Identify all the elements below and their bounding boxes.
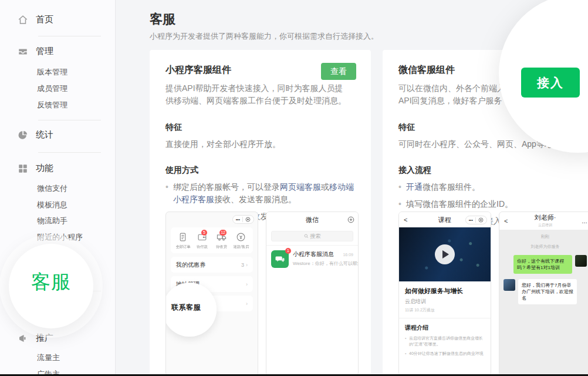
sidebar-item-label: 首页: [36, 14, 53, 25]
miniprogram-screenshot: ••• 全部订单 5 待付款: [165, 212, 258, 376]
sidebar-item-label: 统计: [36, 129, 53, 140]
service-chat-screenshot: < 刘老师· 云启培训 … 刚刚 刘老师为你服务 你好，这个有线下课程吗？希望有…: [499, 212, 588, 376]
wechat-chatlist-screenshot: 微信 搜索 1: [266, 212, 359, 376]
sidebar-item-label: 管理: [36, 46, 53, 57]
chat-system-message: 刘老师为你服务: [499, 244, 588, 250]
search-bar: 搜索: [271, 231, 353, 241]
chevron-right-icon: ›: [246, 262, 248, 268]
course-nav-title: 课程: [438, 216, 451, 224]
feature-heading: 特征: [165, 122, 355, 133]
back-icon: <: [404, 216, 407, 223]
web-service-link[interactable]: 网页端客服: [280, 182, 321, 192]
course-intro-heading: 课程介绍: [405, 324, 485, 332]
plus-circle-icon: [347, 216, 354, 223]
contact-service-label: 联系客服: [171, 303, 201, 313]
miniprogram-capsule: •••: [232, 215, 254, 224]
open-service-link[interactable]: 开通: [406, 182, 423, 192]
play-button: [435, 244, 455, 264]
search-icon: [304, 234, 309, 239]
card1-screenshots: ••• 全部订单 5 待付款: [165, 212, 371, 376]
usage-heading: 使用方式: [165, 165, 355, 176]
customer-avatar: [575, 255, 587, 267]
chevron-right-icon: ›: [246, 281, 248, 287]
shortcut-all-orders: 全部订单: [173, 232, 192, 250]
card-description: 提供API帮助开发者快速接入，同时为客服人员提供移动端、网页端客服工作台便于及时…: [165, 82, 346, 107]
agent-name: 刘老师·: [535, 214, 556, 221]
sidebar-item-nearby-miniprogram[interactable]: 附近的小程序: [37, 232, 83, 243]
page-title: 客服: [150, 11, 175, 28]
sidebar-item-features[interactable]: 功能: [18, 163, 53, 174]
course-intro-point: 40分钟让你迅速了解微信生态的商业环境: [405, 351, 485, 357]
sidebar-divider: [38, 152, 101, 153]
sidebar-item-logistics[interactable]: 物流助手: [37, 216, 67, 226]
flow-heading: 接入流程: [398, 165, 579, 176]
join-button[interactable]: 接入: [521, 68, 580, 98]
course-meta: 11讲 10.2万播放: [405, 307, 485, 313]
course-title: 如何做好服务与增长: [405, 287, 485, 296]
sidebar-item-promotion[interactable]: 推广: [18, 333, 53, 344]
chat-preview: Westore：你好，有什么可以帮您?: [293, 260, 353, 267]
sidebar-item-feedback-manage[interactable]: 反馈管理: [37, 100, 67, 110]
sidebar-item-traffic-owner[interactable]: 流量主: [37, 352, 60, 363]
more-icon: •••: [236, 217, 240, 221]
course-author: 云启培训: [405, 298, 485, 306]
customer-service-page: 首页 管理 版本管理 成员管理 反馈管理 统计 功能 微信支付 模板消息 物流助…: [0, 0, 588, 376]
sidebar-divider: [38, 120, 101, 120]
chat-bubbles-icon: [275, 254, 285, 264]
page-subtitle: 小程序为开发者提供了两种客服能力，你可根据需求自行选择接入。: [150, 31, 379, 42]
pie-chart-icon: [18, 130, 28, 140]
course-screenshot: < 课程 ••• 如何做好服务与增长: [398, 212, 491, 376]
card-miniprogram-service: 小程序客服组件 查看 提供API帮助开发者快速接入，同时为客服人员提供移动端、网…: [150, 50, 371, 376]
more-icon: •••: [469, 218, 473, 222]
sidebar-item-manage[interactable]: 管理: [18, 46, 53, 57]
sidebar-item-statistics[interactable]: 统计: [18, 129, 53, 140]
service-message-icon: 1: [271, 250, 289, 268]
chat-message-incoming: 您好，我们将于7月份举办广州线下培训，欢迎报名: [499, 279, 588, 304]
exit-target-icon: [245, 217, 251, 222]
sidebar-item-service[interactable]: 客服: [0, 269, 102, 296]
agent-avatar: [503, 279, 515, 291]
chat-time: 16:09: [343, 253, 353, 257]
order-shortcuts: 全部订单 5 待付款 12 待收货: [171, 227, 253, 253]
shortcut-to-receive: 12 待收货: [212, 232, 231, 250]
refund-icon: [236, 232, 246, 242]
sidebar-item-wechat-pay[interactable]: 微信支付: [37, 183, 67, 194]
feature-body: 直接使用，对全部小程序开放。: [165, 138, 355, 150]
sidebar-item-home[interactable]: 首页: [18, 14, 53, 25]
sidebar-item-label: 推广: [36, 333, 53, 344]
flow-item: 填写微信客服组件的企业ID。: [398, 198, 579, 210]
view-button[interactable]: 查看: [321, 63, 356, 80]
card2-screenshots: < 课程 ••• 如何做好服务与增长: [398, 212, 588, 376]
chat-message-outgoing: 你好，这个有线下课程吗？希望有1对1培训: [499, 255, 588, 274]
back-icon: <: [504, 217, 508, 224]
row-my-coupons: 我的优惠券 3›: [171, 257, 253, 273]
inbox-icon: [18, 46, 28, 57]
course-intro-point: 云启培训官方直播告诉你微信里商业增长的“正道”在哪里。: [405, 335, 485, 347]
chevron-right-icon: ›: [246, 301, 248, 307]
sidebar-item-member-manage[interactable]: 成员管理: [37, 83, 67, 94]
agent-org: 云启培训: [538, 223, 552, 227]
shortcut-to-pay: 5 待付款: [192, 232, 212, 250]
chat-list-item: 1 小程序客服消息 16:09 Westore：你好，有什么可以帮您?: [266, 245, 358, 268]
home-icon: [18, 15, 28, 25]
chat-timestamp: 刚刚: [499, 234, 588, 240]
more-icon: …: [582, 218, 587, 224]
flow-item: 开通微信客服组件。: [398, 181, 579, 193]
shortcut-refund: 退款/售后: [231, 232, 251, 250]
usage-item: 绑定后的客服帐号，可以登录网页端客服或移动端小程序客服接收、发送客服消息。: [165, 181, 355, 206]
sidebar-item-template-message[interactable]: 模板消息: [37, 200, 67, 210]
miniprogram-capsule: •••: [465, 216, 487, 224]
chat-name: 小程序客服消息: [293, 250, 334, 258]
sidebar-divider: [38, 36, 101, 36]
wechat-title: 微信: [306, 216, 319, 224]
grid-icon: [18, 163, 28, 174]
sidebar-item-label: 功能: [36, 163, 53, 174]
exit-target-icon: [478, 217, 484, 223]
video-thumbnail: [399, 227, 491, 281]
sidebar-item-version-manage[interactable]: 版本管理: [37, 67, 67, 78]
megaphone-icon: [18, 333, 28, 344]
order-icon: [178, 232, 188, 242]
